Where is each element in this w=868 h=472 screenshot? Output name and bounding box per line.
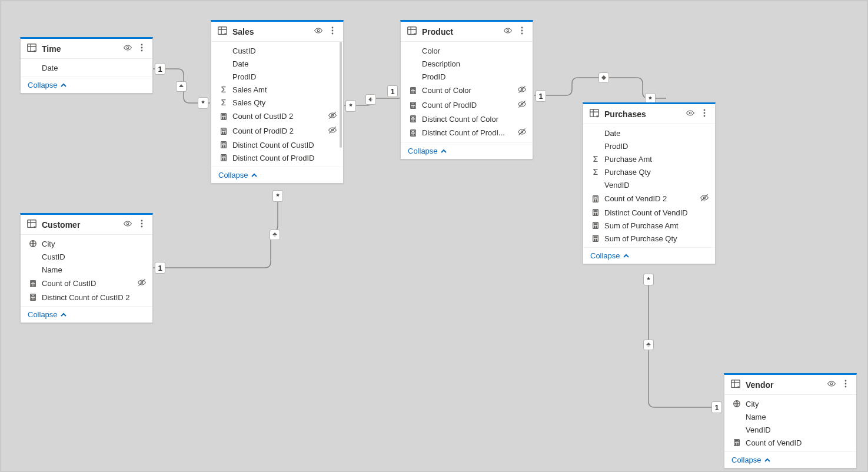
table-customer[interactable]: CustomerCityCustIDNameCount of CustIDDis… bbox=[20, 213, 153, 323]
visibility-icon[interactable] bbox=[686, 108, 695, 119]
svg-point-97 bbox=[596, 227, 597, 228]
field-row[interactable]: Distinct Count of CustID bbox=[211, 138, 343, 151]
svg-rect-38 bbox=[408, 27, 416, 35]
field-row[interactable]: Count of ProdID bbox=[401, 98, 533, 112]
more-options-icon[interactable] bbox=[700, 108, 709, 119]
field-row[interactable]: Description bbox=[401, 57, 533, 70]
field-label: VendID bbox=[746, 426, 836, 434]
table-title: Product bbox=[422, 27, 498, 36]
collapse-button[interactable]: Collapse bbox=[724, 451, 856, 468]
field-row[interactable]: City bbox=[21, 237, 152, 250]
field-row[interactable]: VendID bbox=[724, 423, 856, 436]
field-row[interactable]: Purchase Qty bbox=[583, 165, 715, 178]
hidden-icon bbox=[137, 278, 147, 289]
field-row[interactable]: Count of CustID 2 bbox=[211, 109, 343, 124]
field-row[interactable]: Name bbox=[21, 263, 152, 276]
field-row[interactable]: Date bbox=[211, 57, 343, 70]
field-row[interactable]: Count of CustID bbox=[21, 276, 152, 291]
table-purchases[interactable]: PurchasesDateProdIDPurchase AmtPurchase … bbox=[583, 102, 716, 264]
collapse-label: Collapse bbox=[731, 456, 761, 464]
visibility-icon[interactable] bbox=[123, 219, 132, 230]
collapse-button[interactable]: Collapse bbox=[583, 247, 715, 264]
collapse-button[interactable]: Collapse bbox=[211, 167, 343, 183]
field-row[interactable]: ProdID bbox=[211, 70, 343, 83]
field-label: City bbox=[746, 400, 836, 408]
field-row[interactable]: Count of VendID bbox=[724, 436, 856, 449]
field-row[interactable]: Count of VendID 2 bbox=[583, 191, 715, 206]
model-view-canvas[interactable]: 1 * 1 * 1 * 1 * * 1 TimeDateCollapse Sal… bbox=[0, 0, 868, 472]
field-label: Count of CustID bbox=[42, 279, 132, 288]
field-label: Sales Qty bbox=[232, 98, 323, 107]
field-row[interactable]: Count of Color bbox=[401, 83, 533, 98]
visibility-icon[interactable] bbox=[827, 379, 836, 390]
field-label: ProdID bbox=[422, 72, 513, 81]
svg-point-103 bbox=[596, 240, 597, 241]
svg-point-102 bbox=[594, 240, 595, 241]
table-title: Purchases bbox=[604, 109, 681, 119]
svg-rect-87 bbox=[594, 211, 597, 212]
field-row[interactable]: Distinct Count of ProdI... bbox=[401, 125, 533, 140]
svg-point-36 bbox=[222, 159, 223, 160]
field-row[interactable]: ProdID bbox=[401, 70, 533, 83]
field-row[interactable]: Date bbox=[583, 127, 715, 139]
visibility-icon[interactable] bbox=[123, 43, 132, 54]
field-label: Distinct Count of Color bbox=[422, 115, 513, 124]
field-row[interactable]: Sales Qty bbox=[211, 96, 343, 109]
field-row[interactable]: ProdID bbox=[583, 139, 715, 152]
field-row[interactable]: CustID bbox=[211, 44, 343, 57]
more-options-icon[interactable] bbox=[328, 26, 337, 37]
field-label: Count of Color bbox=[422, 86, 513, 95]
svg-point-9 bbox=[332, 33, 334, 35]
table-icon bbox=[589, 108, 600, 120]
field-type-icon bbox=[591, 234, 600, 243]
field-row[interactable]: Distinct Count of CustID 2 bbox=[21, 291, 152, 304]
svg-point-75 bbox=[704, 109, 706, 111]
collapse-label: Collapse bbox=[218, 171, 248, 180]
svg-point-4 bbox=[141, 50, 143, 52]
more-options-icon[interactable] bbox=[137, 43, 147, 54]
collapse-button[interactable]: Collapse bbox=[21, 77, 152, 93]
table-sales[interactable]: SalesCustIDDateProdIDSales AmtSales QtyC… bbox=[211, 20, 344, 184]
svg-point-22 bbox=[222, 132, 223, 133]
field-row[interactable]: Distinct Count of Color bbox=[401, 112, 533, 125]
table-time[interactable]: TimeDateCollapse bbox=[20, 37, 153, 94]
field-row[interactable]: Name bbox=[724, 410, 856, 423]
field-row[interactable]: Purchase Amt bbox=[583, 152, 715, 165]
hidden-icon bbox=[700, 193, 709, 204]
more-options-icon[interactable] bbox=[137, 219, 147, 230]
field-row[interactable]: Sum of Purchase Qty bbox=[583, 232, 715, 245]
field-row[interactable]: CustID bbox=[21, 250, 152, 263]
hidden-icon bbox=[517, 85, 527, 96]
field-row[interactable]: Count of ProdID 2 bbox=[211, 124, 343, 138]
field-row[interactable]: Color bbox=[401, 44, 533, 57]
svg-point-96 bbox=[594, 227, 595, 228]
svg-point-106 bbox=[141, 220, 143, 222]
filter-direction-icon bbox=[643, 340, 654, 350]
field-label: City bbox=[42, 240, 132, 248]
field-row[interactable]: City bbox=[724, 397, 856, 410]
cardinality-many: * bbox=[198, 97, 208, 109]
svg-rect-0 bbox=[28, 44, 36, 52]
field-row[interactable]: Distinct Count of VendID bbox=[583, 206, 715, 219]
collapse-button[interactable]: Collapse bbox=[21, 306, 152, 323]
field-row[interactable]: Date bbox=[21, 61, 152, 74]
visibility-icon[interactable] bbox=[314, 26, 323, 37]
collapse-button[interactable]: Collapse bbox=[401, 142, 533, 159]
table-product[interactable]: ProductColorDescriptionProdIDCount of Co… bbox=[400, 20, 533, 159]
field-label: Distinct Count of ProdI... bbox=[422, 128, 513, 137]
more-options-icon[interactable] bbox=[517, 26, 527, 37]
field-row[interactable]: Sales Amt bbox=[211, 83, 343, 96]
table-scrollbar[interactable] bbox=[340, 42, 342, 148]
field-label: Purchase Amt bbox=[604, 155, 695, 164]
more-options-icon[interactable] bbox=[841, 379, 850, 390]
field-row[interactable]: Sum of Purchase Amt bbox=[583, 219, 715, 232]
svg-point-114 bbox=[32, 285, 32, 285]
field-row[interactable]: VendID bbox=[583, 178, 715, 191]
table-title: Vendor bbox=[746, 380, 822, 390]
visibility-icon[interactable] bbox=[503, 26, 513, 37]
table-vendor[interactable]: VendorCityNameVendIDCount of VendIDColla… bbox=[724, 373, 857, 468]
svg-point-125 bbox=[830, 383, 833, 385]
svg-point-126 bbox=[845, 380, 847, 382]
cardinality-one: 1 bbox=[155, 262, 165, 274]
field-row[interactable]: Distinct Count of ProdID bbox=[211, 151, 343, 164]
